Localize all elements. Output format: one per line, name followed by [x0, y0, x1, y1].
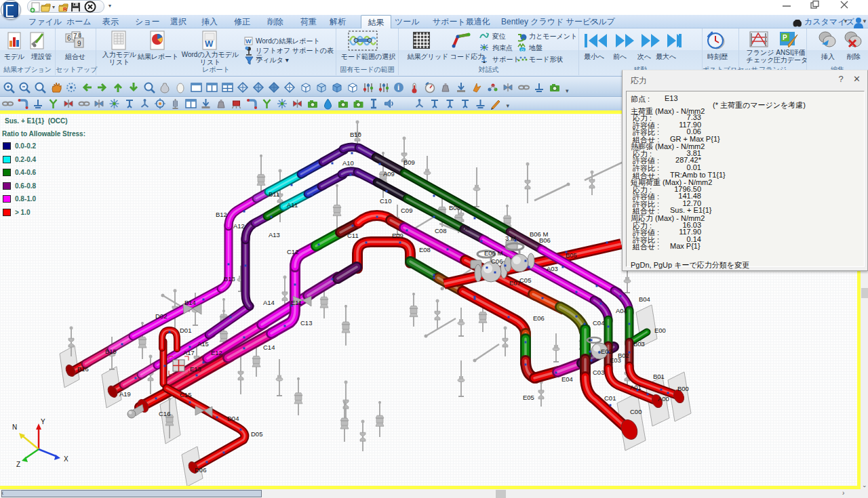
svg-text:6: 6: [67, 35, 71, 42]
svg-text:P: P: [783, 34, 787, 41]
svg-text:W: W: [205, 39, 214, 49]
svg-text:8: 8: [78, 32, 81, 39]
svg-text:▾: ▾: [507, 102, 510, 109]
svg-text:W: W: [245, 38, 252, 45]
svg-text:R: R: [63, 6, 67, 12]
svg-text:▾: ▾: [566, 87, 569, 94]
svg-text:▾: ▾: [52, 4, 55, 10]
svg-text:O: O: [521, 48, 524, 52]
svg-text:7: 7: [73, 33, 77, 40]
svg-text:9: 9: [77, 40, 81, 47]
svg-text:i: i: [397, 83, 399, 91]
